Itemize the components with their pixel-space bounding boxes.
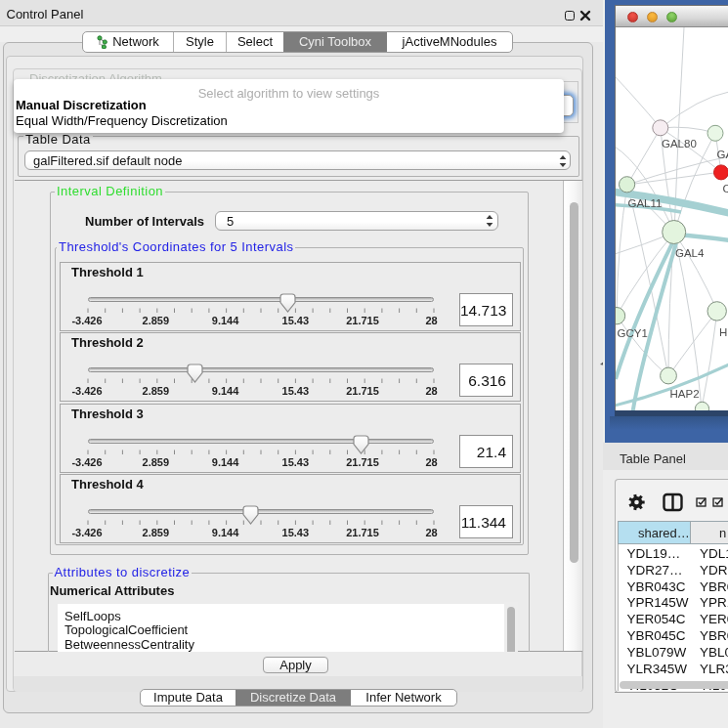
svg-text:GAL4: GAL4 [675,247,705,259]
svg-text:HAP2: HAP2 [670,388,700,400]
svg-text:CD: CD [723,183,728,194]
svg-text:H: H [719,326,727,338]
svg-text:GCY1: GCY1 [618,327,648,339]
svg-text:GAL80: GAL80 [662,138,697,150]
svg-text:GAL11: GAL11 [628,197,663,209]
svg-text:GAL: GAL [717,149,728,160]
